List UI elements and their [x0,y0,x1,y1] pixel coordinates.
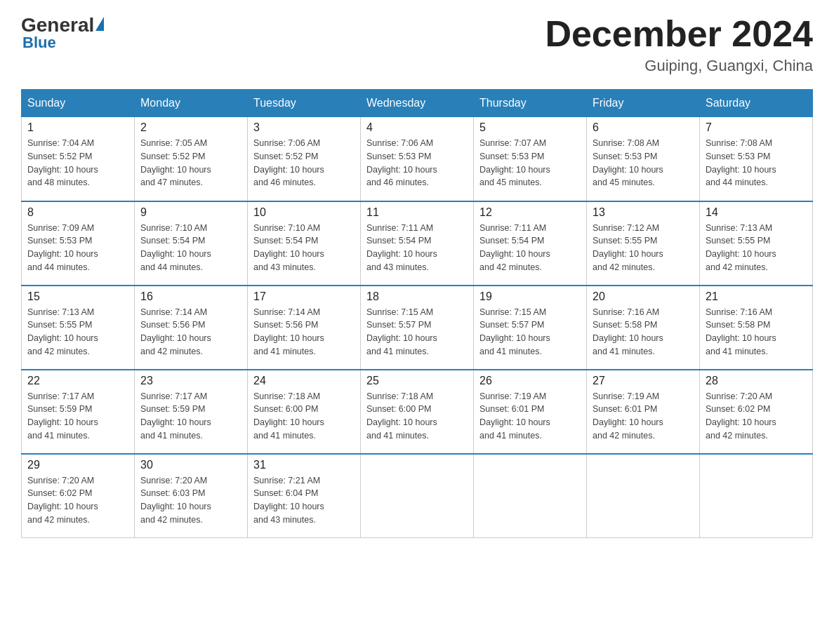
day-info: Sunrise: 7:15 AM Sunset: 5:57 PM Dayligh… [366,306,468,358]
calendar-cell: 2 Sunrise: 7:05 AM Sunset: 5:52 PM Dayli… [135,117,248,201]
day-number: 8 [27,206,128,219]
page-header: General Blue December 2024 Guiping, Guan… [21,14,813,75]
calendar-cell: 28 Sunrise: 7:20 AM Sunset: 6:02 PM Dayl… [700,370,813,454]
calendar-cell: 1 Sunrise: 7:04 AM Sunset: 5:52 PM Dayli… [22,117,135,201]
calendar-cell: 9 Sunrise: 7:10 AM Sunset: 5:54 PM Dayli… [135,201,248,286]
day-info: Sunrise: 7:07 AM Sunset: 5:53 PM Dayligh… [479,137,581,189]
header-sunday: Sunday [22,90,135,117]
day-info: Sunrise: 7:11 AM Sunset: 5:54 PM Dayligh… [479,222,581,274]
day-info: Sunrise: 7:09 AM Sunset: 5:53 PM Dayligh… [27,222,128,274]
logo: General Blue [21,14,104,52]
day-number: 13 [593,206,694,219]
day-info: Sunrise: 7:21 AM Sunset: 6:04 PM Dayligh… [253,474,355,527]
calendar-cell: 14 Sunrise: 7:13 AM Sunset: 5:55 PM Dayl… [700,201,813,286]
day-info: Sunrise: 7:15 AM Sunset: 5:57 PM Dayligh… [479,306,581,358]
calendar-cell [700,454,813,538]
day-info: Sunrise: 7:16 AM Sunset: 5:58 PM Dayligh… [706,306,807,358]
day-number: 6 [593,121,694,134]
calendar-cell: 7 Sunrise: 7:08 AM Sunset: 5:53 PM Dayli… [700,117,813,201]
calendar-cell: 16 Sunrise: 7:14 AM Sunset: 5:56 PM Dayl… [135,286,248,370]
calendar-cell [587,454,700,538]
day-number: 17 [253,290,355,303]
day-number: 31 [253,459,355,471]
calendar-body: 1 Sunrise: 7:04 AM Sunset: 5:52 PM Dayli… [22,117,813,538]
month-year-title: December 2024 [545,14,813,54]
calendar-cell: 23 Sunrise: 7:17 AM Sunset: 5:59 PM Dayl… [135,370,248,454]
calendar-cell: 8 Sunrise: 7:09 AM Sunset: 5:53 PM Dayli… [22,201,135,286]
day-info: Sunrise: 7:11 AM Sunset: 5:54 PM Dayligh… [366,222,468,274]
header-wednesday: Wednesday [361,90,474,117]
day-number: 21 [706,290,807,303]
day-number: 22 [27,375,128,387]
header-row: Sunday Monday Tuesday Wednesday Thursday… [22,90,813,117]
day-number: 29 [27,459,128,471]
day-info: Sunrise: 7:14 AM Sunset: 5:56 PM Dayligh… [253,306,355,358]
calendar-cell: 15 Sunrise: 7:13 AM Sunset: 5:55 PM Dayl… [22,286,135,370]
calendar-cell: 3 Sunrise: 7:06 AM Sunset: 5:52 PM Dayli… [248,117,361,201]
calendar-week-3: 15 Sunrise: 7:13 AM Sunset: 5:55 PM Dayl… [22,286,813,370]
calendar-cell [361,454,474,538]
calendar-cell: 26 Sunrise: 7:19 AM Sunset: 6:01 PM Dayl… [474,370,587,454]
day-info: Sunrise: 7:06 AM Sunset: 5:52 PM Dayligh… [253,137,355,189]
calendar-cell: 12 Sunrise: 7:11 AM Sunset: 5:54 PM Dayl… [474,201,587,286]
day-number: 26 [479,375,581,387]
calendar-cell: 30 Sunrise: 7:20 AM Sunset: 6:03 PM Dayl… [135,454,248,538]
day-number: 19 [479,290,581,303]
calendar-cell: 19 Sunrise: 7:15 AM Sunset: 5:57 PM Dayl… [474,286,587,370]
day-info: Sunrise: 7:20 AM Sunset: 6:03 PM Dayligh… [140,474,241,527]
calendar-cell: 4 Sunrise: 7:06 AM Sunset: 5:53 PM Dayli… [361,117,474,201]
day-info: Sunrise: 7:17 AM Sunset: 5:59 PM Dayligh… [27,390,128,443]
day-info: Sunrise: 7:08 AM Sunset: 5:53 PM Dayligh… [706,137,807,189]
day-info: Sunrise: 7:18 AM Sunset: 6:00 PM Dayligh… [366,390,468,443]
header-monday: Monday [135,90,248,117]
day-info: Sunrise: 7:19 AM Sunset: 6:01 PM Dayligh… [593,390,694,443]
day-number: 7 [706,121,807,134]
header-friday: Friday [587,90,700,117]
day-number: 3 [253,121,355,134]
day-info: Sunrise: 7:17 AM Sunset: 5:59 PM Dayligh… [140,390,241,443]
calendar-cell: 25 Sunrise: 7:18 AM Sunset: 6:00 PM Dayl… [361,370,474,454]
location-text: Guiping, Guangxi, China [545,57,813,75]
calendar-cell: 11 Sunrise: 7:11 AM Sunset: 5:54 PM Dayl… [361,201,474,286]
day-number: 12 [479,206,581,219]
day-number: 5 [479,121,581,134]
day-number: 27 [593,375,694,387]
day-number: 30 [140,459,241,471]
day-number: 15 [27,290,128,303]
header-tuesday: Tuesday [248,90,361,117]
day-info: Sunrise: 7:08 AM Sunset: 5:53 PM Dayligh… [593,137,694,189]
day-number: 11 [366,206,468,219]
day-info: Sunrise: 7:20 AM Sunset: 6:02 PM Dayligh… [27,474,128,527]
calendar-cell: 27 Sunrise: 7:19 AM Sunset: 6:01 PM Dayl… [587,370,700,454]
day-info: Sunrise: 7:06 AM Sunset: 5:53 PM Dayligh… [366,137,468,189]
calendar-cell: 13 Sunrise: 7:12 AM Sunset: 5:55 PM Dayl… [587,201,700,286]
logo-blue-text: Blue [22,34,56,52]
day-number: 16 [140,290,241,303]
day-info: Sunrise: 7:14 AM Sunset: 5:56 PM Dayligh… [140,306,241,358]
day-info: Sunrise: 7:20 AM Sunset: 6:02 PM Dayligh… [706,390,807,443]
day-number: 10 [253,206,355,219]
calendar-cell: 24 Sunrise: 7:18 AM Sunset: 6:00 PM Dayl… [248,370,361,454]
day-info: Sunrise: 7:04 AM Sunset: 5:52 PM Dayligh… [27,137,128,189]
calendar-week-4: 22 Sunrise: 7:17 AM Sunset: 5:59 PM Dayl… [22,370,813,454]
day-info: Sunrise: 7:13 AM Sunset: 5:55 PM Dayligh… [27,306,128,358]
day-number: 4 [366,121,468,134]
header-saturday: Saturday [700,90,813,117]
day-number: 18 [366,290,468,303]
day-number: 20 [593,290,694,303]
calendar-cell: 22 Sunrise: 7:17 AM Sunset: 5:59 PM Dayl… [22,370,135,454]
calendar-cell: 6 Sunrise: 7:08 AM Sunset: 5:53 PM Dayli… [587,117,700,201]
calendar-header: Sunday Monday Tuesday Wednesday Thursday… [22,90,813,117]
day-info: Sunrise: 7:12 AM Sunset: 5:55 PM Dayligh… [593,222,694,274]
calendar-cell: 21 Sunrise: 7:16 AM Sunset: 5:58 PM Dayl… [700,286,813,370]
day-number: 9 [140,206,241,219]
calendar-cell: 18 Sunrise: 7:15 AM Sunset: 5:57 PM Dayl… [361,286,474,370]
calendar-cell: 29 Sunrise: 7:20 AM Sunset: 6:02 PM Dayl… [22,454,135,538]
day-info: Sunrise: 7:13 AM Sunset: 5:55 PM Dayligh… [706,222,807,274]
day-info: Sunrise: 7:10 AM Sunset: 5:54 PM Dayligh… [140,222,241,274]
day-info: Sunrise: 7:10 AM Sunset: 5:54 PM Dayligh… [253,222,355,274]
day-number: 24 [253,375,355,387]
day-number: 2 [140,121,241,134]
day-number: 1 [27,121,128,134]
calendar-cell: 20 Sunrise: 7:16 AM Sunset: 5:58 PM Dayl… [587,286,700,370]
